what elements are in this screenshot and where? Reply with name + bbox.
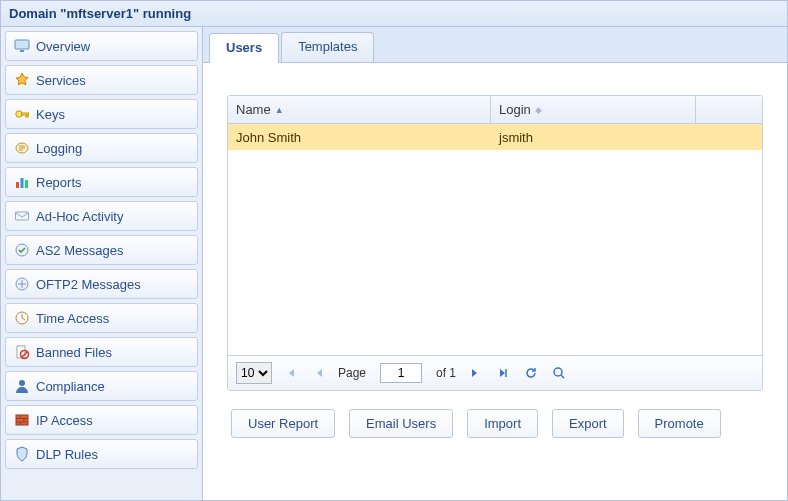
- col-header-login[interactable]: Login ◆: [491, 96, 696, 123]
- cell-login: jsmith: [491, 126, 696, 149]
- sidebar-item-reports[interactable]: Reports: [5, 167, 198, 197]
- page-input[interactable]: [380, 363, 422, 383]
- first-page-icon[interactable]: [282, 364, 300, 382]
- sidebar-item-compliance[interactable]: Compliance: [5, 371, 198, 401]
- sort-neutral-icon: ◆: [535, 105, 542, 115]
- sidebar-item-services[interactable]: Services: [5, 65, 198, 95]
- tab-strip: Users Templates: [203, 27, 787, 63]
- window-titlebar: Domain "mftserver1" running: [1, 1, 787, 27]
- prev-page-icon[interactable]: [310, 364, 328, 382]
- svg-rect-7: [21, 178, 24, 188]
- col-header-spacer: [696, 96, 762, 123]
- sidebar-item-label: OFTP2 Messages: [36, 277, 141, 292]
- oftp2-icon: [14, 276, 30, 292]
- mail-activity-icon: [14, 208, 30, 224]
- svg-rect-16: [16, 415, 28, 425]
- svg-rect-0: [15, 40, 29, 49]
- next-page-icon[interactable]: [466, 364, 484, 382]
- svg-rect-1: [20, 50, 24, 52]
- import-button[interactable]: Import: [467, 409, 538, 438]
- refresh-icon[interactable]: [522, 364, 540, 382]
- sidebar-item-label: Reports: [36, 175, 82, 190]
- email-users-button[interactable]: Email Users: [349, 409, 453, 438]
- svg-rect-4: [26, 115, 28, 117]
- sidebar-item-time-access[interactable]: Time Access: [5, 303, 198, 333]
- pager-bar: 10 Page of 1: [228, 355, 762, 390]
- grid-body: John Smith jsmith: [228, 124, 762, 355]
- table-row[interactable]: John Smith jsmith: [228, 124, 762, 150]
- user-report-button[interactable]: User Report: [231, 409, 335, 438]
- sidebar-item-logging[interactable]: Logging: [5, 133, 198, 163]
- banned-icon: [14, 344, 30, 360]
- page-of-label: of 1: [436, 366, 456, 380]
- svg-rect-6: [16, 182, 19, 188]
- svg-point-17: [554, 368, 562, 376]
- shield-icon: [14, 446, 30, 462]
- export-button[interactable]: Export: [552, 409, 624, 438]
- cell-name: John Smith: [228, 126, 491, 149]
- sidebar-item-label: IP Access: [36, 413, 93, 428]
- sidebar-item-label: Banned Files: [36, 345, 112, 360]
- clock-icon: [14, 310, 30, 326]
- promote-button[interactable]: Promote: [638, 409, 721, 438]
- chart-icon: [14, 174, 30, 190]
- services-icon: [14, 72, 30, 88]
- as2-icon: [14, 242, 30, 258]
- col-header-name[interactable]: Name ▲: [228, 96, 491, 123]
- grid-header: Name ▲ Login ◆: [228, 96, 762, 124]
- window-title: Domain "mftserver1" running: [9, 6, 191, 21]
- sidebar-nav: Overview Services Keys Logging Reports A…: [1, 27, 203, 500]
- tab-label: Templates: [298, 39, 357, 54]
- tab-label: Users: [226, 40, 262, 55]
- users-grid: Name ▲ Login ◆ John Smith jsmith: [227, 95, 763, 391]
- sidebar-item-label: DLP Rules: [36, 447, 98, 462]
- page-size-select[interactable]: 10: [236, 362, 272, 384]
- search-icon[interactable]: [550, 364, 568, 382]
- sidebar-item-label: AS2 Messages: [36, 243, 123, 258]
- tab-users[interactable]: Users: [209, 33, 279, 63]
- last-page-icon[interactable]: [494, 364, 512, 382]
- svg-point-15: [19, 380, 25, 386]
- firewall-icon: [14, 412, 30, 428]
- sidebar-item-overview[interactable]: Overview: [5, 31, 198, 61]
- sidebar-item-oftp2[interactable]: OFTP2 Messages: [5, 269, 198, 299]
- sidebar-item-banned-files[interactable]: Banned Files: [5, 337, 198, 367]
- col-header-label: Login: [499, 102, 531, 117]
- action-buttons: User Report Email Users Import Export Pr…: [227, 409, 763, 438]
- col-header-label: Name: [236, 102, 271, 117]
- monitor-icon: [14, 38, 30, 54]
- sidebar-item-keys[interactable]: Keys: [5, 99, 198, 129]
- sidebar-item-label: Overview: [36, 39, 90, 54]
- cell-spacer: [696, 133, 762, 141]
- sidebar-item-label: Logging: [36, 141, 82, 156]
- sidebar-item-label: Services: [36, 73, 86, 88]
- svg-rect-8: [25, 180, 28, 188]
- svg-rect-9: [16, 212, 29, 220]
- tab-templates[interactable]: Templates: [281, 32, 374, 62]
- key-icon: [14, 106, 30, 122]
- sidebar-item-adhoc[interactable]: Ad-Hoc Activity: [5, 201, 198, 231]
- person-icon: [14, 378, 30, 394]
- log-icon: [14, 140, 30, 156]
- sidebar-item-as2[interactable]: AS2 Messages: [5, 235, 198, 265]
- sidebar-item-label: Keys: [36, 107, 65, 122]
- page-label: Page: [338, 366, 366, 380]
- sort-asc-icon: ▲: [275, 105, 284, 115]
- sidebar-item-label: Time Access: [36, 311, 109, 326]
- sidebar-item-label: Ad-Hoc Activity: [36, 209, 123, 224]
- sidebar-item-label: Compliance: [36, 379, 105, 394]
- sidebar-item-dlp-rules[interactable]: DLP Rules: [5, 439, 198, 469]
- sidebar-item-ip-access[interactable]: IP Access: [5, 405, 198, 435]
